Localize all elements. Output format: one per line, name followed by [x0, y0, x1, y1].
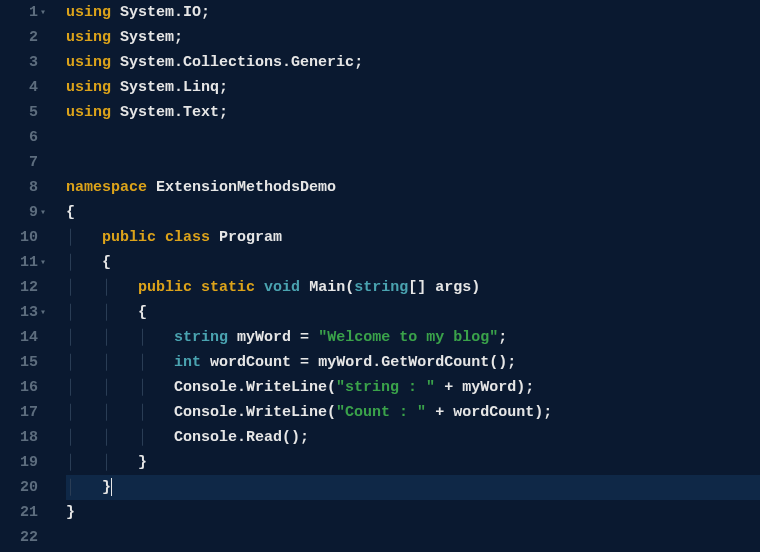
token-plain	[426, 404, 435, 421]
token-method: WriteLine	[246, 379, 327, 396]
line-number: 14	[0, 325, 38, 350]
token-punct: =	[300, 354, 309, 371]
token-kw-mod: public	[102, 229, 156, 246]
line-number: 20	[0, 475, 38, 500]
token-brace: {	[66, 204, 75, 221]
token-plain	[156, 229, 165, 246]
token-ident: Program	[219, 229, 282, 246]
token-string: "Count : "	[336, 404, 426, 421]
token-punct: (	[327, 404, 336, 421]
code-line[interactable]: │ │ {	[66, 300, 760, 325]
code-line[interactable]: {	[66, 200, 760, 225]
token-kw-using: using	[66, 104, 111, 121]
token-punct: ();	[282, 429, 309, 446]
line-number: 16	[0, 375, 38, 400]
token-ident: System	[120, 79, 174, 96]
line-number: 11▾	[0, 250, 38, 275]
token-ident: Collections	[183, 54, 282, 71]
token-plain	[435, 379, 444, 396]
line-number-gutter: 1▾23456789▾1011▾1213▾141516171819202122	[0, 0, 48, 552]
fold-icon[interactable]: ▾	[38, 250, 48, 275]
fold-icon[interactable]: ▾	[38, 200, 48, 225]
token-ident: wordCount	[210, 354, 291, 371]
code-line[interactable]: using System.Text;	[66, 100, 760, 125]
code-line[interactable]: }	[66, 500, 760, 525]
token-plain	[201, 354, 210, 371]
token-kw-mod: public	[138, 279, 192, 296]
line-number: 13▾	[0, 300, 38, 325]
token-plain	[192, 279, 201, 296]
code-area[interactable]: using System.IO;using System;using Syste…	[48, 0, 760, 552]
line-number: 12	[0, 275, 38, 300]
code-editor[interactable]: 1▾23456789▾1011▾1213▾141516171819202122 …	[0, 0, 760, 552]
token-string: "Welcome to my blog"	[318, 329, 498, 346]
code-line[interactable]: │ │ │ int wordCount = myWord.GetWordCoun…	[66, 350, 760, 375]
line-number: 15	[0, 350, 38, 375]
token-plain	[228, 329, 237, 346]
token-brace: {	[102, 254, 111, 271]
token-punct: ;	[219, 104, 228, 121]
code-line[interactable]: │ │ │ Console.Read();	[66, 425, 760, 450]
token-punct: .	[372, 354, 381, 371]
code-line[interactable]: using System.IO;	[66, 0, 760, 25]
code-line[interactable]: using System.Linq;	[66, 75, 760, 100]
line-number: 1▾	[0, 0, 38, 25]
token-plain	[291, 329, 300, 346]
token-kw-type: int	[174, 354, 201, 371]
token-plain	[111, 29, 120, 46]
fold-icon[interactable]: ▾	[38, 0, 48, 25]
token-brace: }	[66, 504, 75, 521]
code-line[interactable]: │ }	[66, 475, 760, 500]
token-punct: .	[174, 79, 183, 96]
line-number: 19	[0, 450, 38, 475]
line-number: 4	[0, 75, 38, 100]
line-number: 17	[0, 400, 38, 425]
token-kw-using: using	[66, 29, 111, 46]
token-kw-mod: class	[165, 229, 210, 246]
token-punct: .	[174, 4, 183, 21]
token-ident: Generic	[291, 54, 354, 71]
token-punct: .	[237, 379, 246, 396]
token-punct: ;	[201, 4, 210, 21]
code-line[interactable]: using System.Collections.Generic;	[66, 50, 760, 75]
token-plain	[111, 4, 120, 21]
code-line[interactable]: │ {	[66, 250, 760, 275]
code-line[interactable]: │ │ │ string myWord = "Welcome to my blo…	[66, 325, 760, 350]
code-line[interactable]: │ │ │ Console.WriteLine("Count : " + wor…	[66, 400, 760, 425]
line-number: 5	[0, 100, 38, 125]
token-ident: ExtensionMethodsDemo	[156, 179, 336, 196]
token-kw-using: using	[66, 54, 111, 71]
code-line[interactable]: namespace ExtensionMethodsDemo	[66, 175, 760, 200]
token-plain	[111, 104, 120, 121]
code-line[interactable]: │ public class Program	[66, 225, 760, 250]
token-ident: System	[120, 29, 174, 46]
token-ident: Console	[174, 379, 237, 396]
token-punct: )	[471, 279, 480, 296]
code-line[interactable]: │ │ }	[66, 450, 760, 475]
token-brace: }	[102, 479, 111, 496]
code-line[interactable]: │ │ │ Console.WriteLine("string : " + my…	[66, 375, 760, 400]
token-method: WriteLine	[246, 404, 327, 421]
code-line[interactable]	[66, 125, 760, 150]
token-punct: (	[345, 279, 354, 296]
token-punct: ;	[498, 329, 507, 346]
fold-icon[interactable]: ▾	[38, 300, 48, 325]
line-number: 3	[0, 50, 38, 75]
token-punct: );	[516, 379, 534, 396]
code-line[interactable]: using System;	[66, 25, 760, 50]
line-number: 6	[0, 125, 38, 150]
line-number: 18	[0, 425, 38, 450]
code-line[interactable]	[66, 525, 760, 550]
token-punct: =	[300, 329, 309, 346]
token-punct: +	[435, 404, 444, 421]
token-kw-using: using	[66, 4, 111, 21]
token-punct: );	[534, 404, 552, 421]
token-ident: Linq	[183, 79, 219, 96]
code-line[interactable]	[66, 150, 760, 175]
code-line[interactable]: │ │ public static void Main(string[] arg…	[66, 275, 760, 300]
line-number: 7	[0, 150, 38, 175]
token-ident: Console	[174, 404, 237, 421]
token-plain	[255, 279, 264, 296]
text-cursor	[111, 478, 112, 496]
token-kw-void: void	[264, 279, 300, 296]
